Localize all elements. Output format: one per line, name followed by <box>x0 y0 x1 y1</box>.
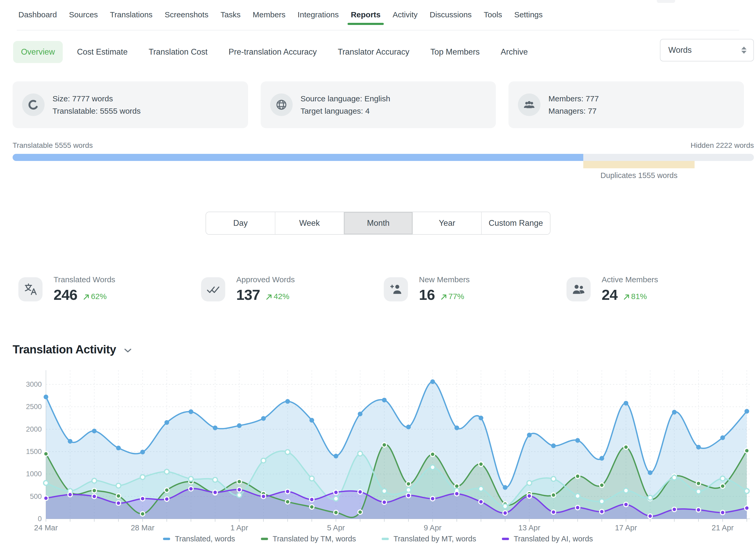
info-line: Source language: English <box>301 94 390 103</box>
unit-select[interactable]: Words <box>660 39 754 61</box>
nav-item-screenshots[interactable]: Screenshots <box>165 10 208 19</box>
translate-icon <box>24 283 37 296</box>
project-info-cards: Size: 7777 wordsTranslatable: 5555 words… <box>13 81 744 128</box>
svg-text:1500: 1500 <box>26 448 42 456</box>
report-tab-archive[interactable]: Archive <box>501 47 528 57</box>
trend-up-icon <box>440 294 447 300</box>
section-title: Translation Activity <box>13 343 116 356</box>
members-icon <box>523 98 535 111</box>
translate-icon <box>18 277 43 301</box>
words-breakdown-bar <box>13 154 754 161</box>
nav-item-settings[interactable]: Settings <box>514 10 543 19</box>
stat-card: New Members 16 77% <box>378 275 561 303</box>
stat-value: 16 <box>419 286 435 303</box>
stat-delta: 81% <box>623 292 647 301</box>
nav-item-tools[interactable]: Tools <box>484 10 502 19</box>
report-tabs: OverviewCost EstimateTranslation CostPre… <box>0 36 756 68</box>
nav-item-dashboard[interactable]: Dashboard <box>18 10 57 19</box>
range-tab-week[interactable]: Week <box>275 212 344 234</box>
trend-up-icon <box>83 294 90 300</box>
stat-delta: 62% <box>83 292 107 301</box>
report-tab-top-members[interactable]: Top Members <box>430 47 480 57</box>
people-icon <box>572 283 585 296</box>
stat-label: Active Members <box>602 275 658 284</box>
stat-label: Translated Words <box>54 275 115 284</box>
nav-item-translations[interactable]: Translations <box>110 10 153 19</box>
legend-swatch <box>261 538 268 540</box>
svg-text:0: 0 <box>38 515 42 523</box>
svg-text:2000: 2000 <box>26 425 42 433</box>
members-icon <box>518 93 540 116</box>
svg-text:24 Mar: 24 Mar <box>34 524 58 532</box>
nav-divider <box>17 30 739 30</box>
info-card: Members: 777Managers: 77 <box>508 81 744 128</box>
legend-item[interactable]: Translated by TM, words <box>261 535 356 543</box>
report-tab-pre-translation-accuracy[interactable]: Pre-translation Accuracy <box>229 47 317 57</box>
words-breakdown-labels: Translatable 5555 words Hidden 2222 word… <box>13 141 754 150</box>
svg-text:21 Apr: 21 Apr <box>712 524 734 532</box>
legend-item[interactable]: Translated by AI, words <box>502 535 593 543</box>
activity-section-header: Translation Activity <box>13 343 132 356</box>
svg-text:2500: 2500 <box>26 403 42 411</box>
range-tab-custom-range[interactable]: Custom Range <box>481 212 550 234</box>
stat-card: Active Members 24 81% <box>561 275 743 303</box>
svg-text:28 Mar: 28 Mar <box>131 524 155 532</box>
svg-text:9 Apr: 9 Apr <box>424 524 442 532</box>
info-line: Target languages: 4 <box>301 107 390 116</box>
nav-item-members[interactable]: Members <box>253 10 286 19</box>
stat-value: 137 <box>236 286 260 303</box>
progress-ring-icon <box>27 98 40 111</box>
svg-text:5 Apr: 5 Apr <box>327 524 345 532</box>
double-check-icon <box>206 283 220 296</box>
person-add-icon <box>389 283 403 296</box>
range-tab-month[interactable]: Month <box>344 212 412 234</box>
chart-legend: Translated, words Translated by TM, word… <box>0 535 756 543</box>
globe-icon <box>270 93 293 116</box>
globe-icon <box>275 98 288 111</box>
nav-item-reports[interactable]: Reports <box>351 10 380 19</box>
double-check-icon <box>201 277 225 301</box>
info-line: Managers: 77 <box>548 107 599 116</box>
info-card: Size: 7777 wordsTranslatable: 5555 words <box>13 81 248 128</box>
stat-value: 246 <box>54 286 77 303</box>
svg-text:500: 500 <box>30 493 42 500</box>
nav-item-sources[interactable]: Sources <box>69 10 98 19</box>
date-range-tabs: DayWeekMonthYearCustom Range <box>206 212 550 235</box>
svg-text:17 Apr: 17 Apr <box>615 524 637 532</box>
stat-card: Approved Words 137 42% <box>195 275 378 303</box>
svg-text:1 Apr: 1 Apr <box>230 524 248 532</box>
report-tab-translator-accuracy[interactable]: Translator Accuracy <box>338 47 409 57</box>
legend-item[interactable]: Translated by MT, words <box>382 535 476 543</box>
chevron-down-icon[interactable] <box>124 346 132 353</box>
nav-item-integrations[interactable]: Integrations <box>298 10 339 19</box>
range-tab-day[interactable]: Day <box>206 212 275 234</box>
nav-item-discussions[interactable]: Discussions <box>430 10 472 19</box>
nav-item-activity[interactable]: Activity <box>393 10 418 19</box>
stat-delta: 77% <box>440 292 464 301</box>
info-line: Size: 7777 words <box>53 94 141 103</box>
stat-value: 24 <box>602 286 617 303</box>
report-tab-cost-estimate[interactable]: Cost Estimate <box>77 47 128 57</box>
legend-swatch <box>502 538 509 540</box>
translation-activity-chart: 05001000150020002500300024 Mar28 Mar1 Ap… <box>0 362 756 536</box>
legend-item[interactable]: Translated, words <box>163 535 235 543</box>
translatable-label: Translatable 5555 words <box>13 141 93 150</box>
info-line: Members: 777 <box>548 94 599 103</box>
range-tab-year[interactable]: Year <box>412 212 481 234</box>
report-tab-translation-cost[interactable]: Translation Cost <box>149 47 208 57</box>
translatable-bar <box>13 154 583 161</box>
svg-text:1000: 1000 <box>26 470 42 478</box>
people-icon <box>566 277 591 301</box>
stat-label: New Members <box>419 275 470 284</box>
report-tab-overview[interactable]: Overview <box>13 41 63 63</box>
nav-item-tasks[interactable]: Tasks <box>221 10 241 19</box>
svg-text:13 Apr: 13 Apr <box>518 524 540 532</box>
svg-text:3000: 3000 <box>26 380 42 388</box>
legend-swatch <box>382 538 389 540</box>
stat-label: Approved Words <box>236 275 295 284</box>
duplicates-label: Duplicates 1555 words <box>583 171 695 180</box>
person-add-icon <box>384 277 408 301</box>
trend-up-icon <box>623 294 630 300</box>
info-card: Source language: EnglishTarget languages… <box>261 81 496 128</box>
info-line: Translatable: 5555 words <box>53 107 141 116</box>
